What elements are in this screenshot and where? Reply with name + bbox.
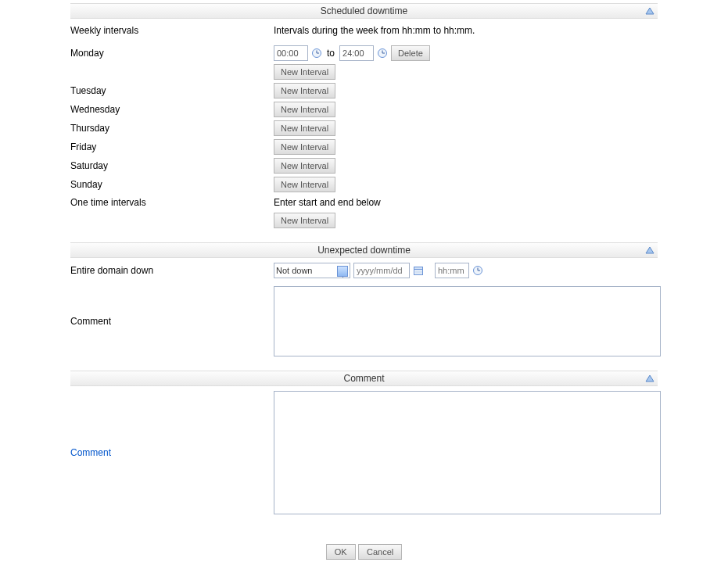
date-input[interactable] xyxy=(353,263,410,278)
row-onetime: One time intervals Enter start and end b… xyxy=(0,194,728,211)
cancel-button[interactable]: Cancel xyxy=(358,544,402,560)
to-label: to xyxy=(325,48,336,59)
row-unexpected-comment: Comment xyxy=(0,285,728,358)
row-saturday: Saturday New Interval xyxy=(0,156,728,175)
delete-interval-button[interactable]: Delete xyxy=(391,45,430,61)
label-thursday: Thursday xyxy=(70,123,274,134)
domain-status-select[interactable]: Not down xyxy=(274,263,350,278)
clock-icon[interactable] xyxy=(377,48,388,59)
row-domain-down: Entire domain down Not down xyxy=(0,261,728,280)
svg-rect-10 xyxy=(414,267,423,270)
row-friday: Friday New Interval xyxy=(0,138,728,156)
row-thursday: Thursday New Interval xyxy=(0,119,728,138)
new-interval-button-monday[interactable]: New Interval xyxy=(274,64,335,80)
row-wednesday: Wednesday New Interval xyxy=(0,100,728,119)
clock-icon[interactable] xyxy=(311,48,322,59)
section-header-comment: Comment xyxy=(70,371,658,386)
row-onetime-new: New Interval xyxy=(0,211,728,230)
new-interval-button-wednesday[interactable]: New Interval xyxy=(274,102,335,117)
label-comment-link[interactable]: Comment xyxy=(70,447,274,458)
label-monday: Monday xyxy=(70,48,274,59)
svg-marker-0 xyxy=(646,8,654,14)
unexpected-comment-textarea[interactable] xyxy=(274,286,661,356)
label-weekly-intervals: Weekly intervals xyxy=(70,25,274,36)
desc-weekly-intervals: Intervals during the week from hh:mm to … xyxy=(274,25,728,36)
label-tuesday: Tuesday xyxy=(70,85,274,96)
row-monday: Monday to Delete xyxy=(0,44,728,63)
new-interval-button-thursday[interactable]: New Interval xyxy=(274,120,335,136)
section-header-unexpected: Unexpected downtime xyxy=(70,242,658,258)
ok-button[interactable]: OK xyxy=(326,544,356,560)
row-comment: Comment xyxy=(0,389,728,516)
calendar-icon[interactable] xyxy=(413,265,424,276)
clock-icon[interactable] xyxy=(472,265,483,276)
collapse-icon[interactable] xyxy=(645,374,654,383)
section-title: Scheduled downtime xyxy=(321,5,407,16)
time-input[interactable] xyxy=(435,263,469,278)
new-interval-button-sunday[interactable]: New Interval xyxy=(274,177,335,192)
monday-to-input[interactable] xyxy=(339,45,374,61)
label-saturday: Saturday xyxy=(70,160,274,171)
label-unexpected-comment: Comment xyxy=(70,316,274,327)
new-interval-button-onetime[interactable]: New Interval xyxy=(274,213,335,228)
collapse-icon[interactable] xyxy=(645,6,654,16)
row-monday-new: New Interval xyxy=(0,63,728,81)
monday-from-input[interactable] xyxy=(274,45,308,61)
comment-textarea[interactable] xyxy=(274,391,661,514)
label-domain-down: Entire domain down xyxy=(70,265,274,276)
label-friday: Friday xyxy=(70,142,274,152)
desc-onetime: Enter start and end below xyxy=(274,197,728,208)
section-title: Unexpected downtime xyxy=(317,245,411,256)
section-header-scheduled: Scheduled downtime xyxy=(70,3,658,19)
svg-marker-7 xyxy=(646,247,654,253)
label-sunday: Sunday xyxy=(70,179,274,190)
footer-buttons: OK Cancel xyxy=(0,516,728,560)
new-interval-button-friday[interactable]: New Interval xyxy=(274,139,335,155)
row-sunday: Sunday New Interval xyxy=(0,175,728,194)
collapse-icon[interactable] xyxy=(645,245,654,255)
label-wednesday: Wednesday xyxy=(70,104,274,115)
row-weekly-intervals: Weekly intervals Intervals during the we… xyxy=(0,22,728,39)
label-onetime: One time intervals xyxy=(70,197,274,208)
svg-marker-17 xyxy=(646,375,654,382)
new-interval-button-saturday[interactable]: New Interval xyxy=(274,158,335,174)
new-interval-button-tuesday[interactable]: New Interval xyxy=(274,83,335,99)
section-title: Comment xyxy=(343,373,384,384)
row-tuesday: Tuesday New Interval xyxy=(0,81,728,100)
